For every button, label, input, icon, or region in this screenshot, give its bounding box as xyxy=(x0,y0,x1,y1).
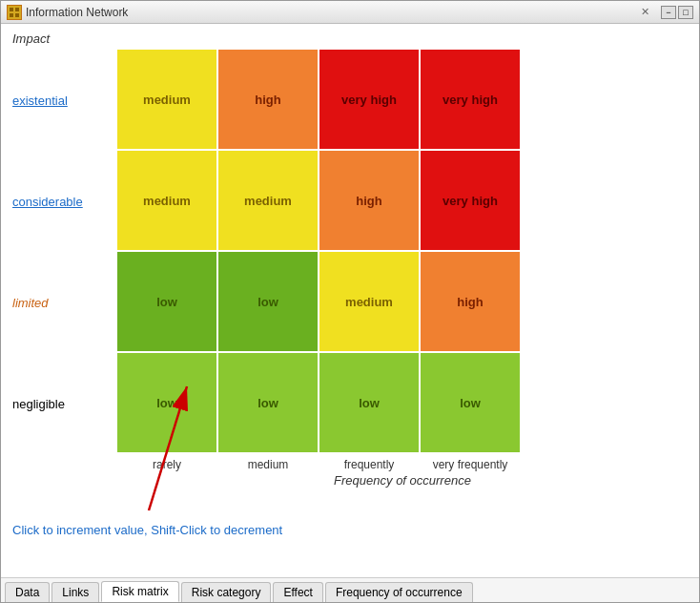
grid-area: medium high very high very high medium m… xyxy=(117,50,520,454)
col-labels: rarely medium frequently very frequently xyxy=(117,458,688,471)
tabs-bar: Data Links Risk matrix Risk category Eff… xyxy=(1,577,699,602)
row-labels: existential considerable limited negligi… xyxy=(12,50,117,454)
cell-3-3[interactable]: low xyxy=(421,353,520,452)
svg-rect-2 xyxy=(15,8,19,11)
cell-0-1[interactable]: high xyxy=(218,50,318,149)
cell-3-0[interactable]: low xyxy=(117,353,216,452)
window-icon xyxy=(7,5,22,20)
cell-1-2[interactable]: high xyxy=(319,151,419,250)
cell-0-0[interactable]: medium xyxy=(117,50,216,149)
grid-row-2: low low medium high xyxy=(117,252,520,351)
title-bar: Information Network ✕ − □ xyxy=(1,1,699,24)
close-tab-icon[interactable]: ✕ xyxy=(641,6,649,18)
window-controls: − □ xyxy=(661,6,693,19)
frequency-of-occurrence-label: Frequency of occurrence xyxy=(117,473,688,488)
col-label-1: medium xyxy=(218,458,318,471)
col-label-0: rarely xyxy=(117,458,216,471)
grid-row-3: low low low low xyxy=(117,353,520,452)
cell-2-2[interactable]: medium xyxy=(319,252,419,351)
tab-risk-matrix[interactable]: Risk matrix xyxy=(101,581,178,602)
svg-rect-1 xyxy=(10,8,13,11)
cell-1-3[interactable]: very high xyxy=(421,151,520,250)
instruction-text: Click to increment value, Shift-Click to… xyxy=(12,523,282,537)
tab-links[interactable]: Links xyxy=(51,582,99,602)
cell-0-3[interactable]: very high xyxy=(421,50,520,149)
col-labels-row: rarely medium frequently very frequently… xyxy=(117,458,688,488)
maximize-button[interactable]: □ xyxy=(678,6,693,19)
row-label-limited[interactable]: limited xyxy=(12,253,110,352)
cell-3-2[interactable]: low xyxy=(319,353,419,452)
impact-label: Impact xyxy=(12,31,688,46)
grid-row-0: medium high very high very high xyxy=(117,50,520,149)
main-window: Information Network ✕ − □ Impact existen… xyxy=(0,0,700,603)
row-label-considerable[interactable]: considerable xyxy=(12,152,110,251)
minimize-button[interactable]: − xyxy=(661,6,676,19)
tab-data[interactable]: Data xyxy=(5,582,50,602)
svg-rect-4 xyxy=(15,13,19,17)
cell-2-0[interactable]: low xyxy=(117,252,216,351)
window-title: Information Network xyxy=(26,6,637,19)
cell-2-3[interactable]: high xyxy=(421,252,520,351)
row-label-negligible: negligible xyxy=(12,354,110,453)
row-label-existential[interactable]: existential xyxy=(12,51,110,150)
tab-effect[interactable]: Effect xyxy=(273,582,322,602)
col-label-3: very frequently xyxy=(421,458,520,471)
cell-0-2[interactable]: very high xyxy=(319,50,419,149)
cell-1-0[interactable]: medium xyxy=(117,151,216,250)
cell-3-1[interactable]: low xyxy=(218,353,318,452)
col-label-2: frequently xyxy=(319,458,419,471)
matrix-container: existential considerable limited negligi… xyxy=(12,50,688,488)
grid-row-1: medium medium high very high xyxy=(117,151,520,250)
content-area: Impact existential considerable limited … xyxy=(1,24,699,577)
cell-2-1[interactable]: low xyxy=(218,252,318,351)
matrix-body: existential considerable limited negligi… xyxy=(12,50,688,454)
cell-1-1[interactable]: medium xyxy=(218,151,318,250)
tab-frequency[interactable]: Frequency of occurrence xyxy=(325,582,473,602)
tab-risk-category[interactable]: Risk category xyxy=(181,582,272,602)
svg-rect-3 xyxy=(10,13,13,17)
